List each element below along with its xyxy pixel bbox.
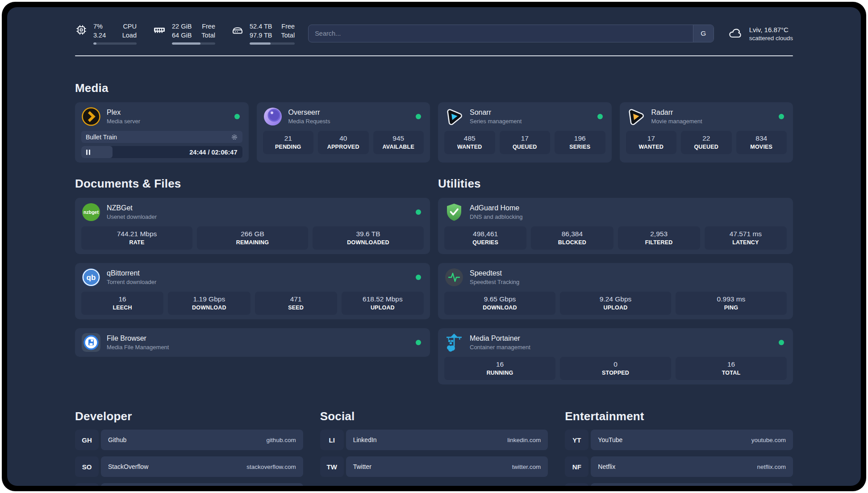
app-description: Media Requests	[288, 118, 410, 125]
stat-tile: 618.52 Mbps UPLOAD	[342, 292, 424, 315]
app-description: Media server	[107, 118, 229, 125]
search-engine-button[interactable]: G	[693, 25, 714, 42]
portainer-icon	[444, 333, 464, 352]
app-name: Radarr	[651, 109, 773, 117]
stat-tile: 1.19 Gbps DOWNLOAD	[168, 292, 250, 315]
link-pill: Twitter twitter.com	[346, 456, 548, 477]
app-description: Torrent downloader	[107, 279, 410, 285]
cpu-monitor: 7% 3.24 CPU Load	[75, 22, 137, 45]
weather-location-temp: Lviv, 16.87°C	[749, 26, 793, 33]
stat-tile: 9.24 Gbps UPLOAD	[560, 292, 671, 315]
link-abbr: TW	[320, 456, 344, 477]
app-description: Series management	[470, 118, 592, 125]
overseerr-card[interactable]: Overseerr Media Requests 21 PENDING 40 A…	[257, 102, 430, 163]
now-playing-row: Bullet Train	[81, 131, 242, 143]
link-github[interactable]: GH Github github.com	[75, 430, 303, 450]
link-pill: Github github.com	[101, 430, 303, 450]
sonarr-icon	[444, 107, 464, 126]
app-name: AdGuard Home	[470, 204, 787, 212]
radarr-card[interactable]: Radarr Movie management 17 WANTED 22 QUE…	[620, 102, 793, 163]
section-title-social: Social	[320, 409, 548, 423]
section-title-documents: Documents & Files	[75, 177, 430, 191]
ram-icon	[153, 24, 166, 36]
header-divider	[75, 55, 793, 56]
social-links: Social LI LinkedIn linkedin.com TW Twitt…	[320, 409, 548, 486]
stat-tile: 86,384 BLOCKED	[531, 226, 613, 250]
stat-tile: 744.21 Mbps RATE	[81, 226, 192, 250]
link-dev[interactable]: DT DEV dev.to	[75, 483, 303, 486]
qbittorrent-card[interactable]: qb qBittorrent Torrent downloader 16 LEE…	[75, 263, 430, 319]
stat-tile: 2,953 FILTERED	[618, 226, 700, 250]
search-input[interactable]	[309, 30, 693, 37]
link-abbr: DT	[75, 483, 99, 486]
storage-total-value: 97.9 TB	[250, 31, 272, 40]
cpu-load-value: 3.24	[93, 31, 106, 40]
link-stackoverflow[interactable]: SO StackOverflow stackoverflow.com	[75, 456, 303, 477]
weather-widget: Lviv, 16.87°C scattered clouds	[727, 26, 793, 42]
app-description: Media File Management	[107, 344, 410, 351]
section-title-entertainment: Entertainment	[565, 409, 793, 423]
portainer-card[interactable]: Media Portainer Container management 16 …	[438, 328, 793, 384]
link-pill: DEV dev.to	[101, 483, 303, 486]
nzbget-card[interactable]: nzbget NZBGet Usenet downloader 744.21 M…	[75, 198, 430, 254]
documents-column: Documents & Files nzbget NZBGet U	[75, 177, 430, 384]
stat-tile: 0.993 ms PING	[676, 292, 787, 315]
app-description: Speedtest Tracking	[470, 279, 787, 285]
window-frame: 7% 3.24 CPU Load	[2, 2, 866, 491]
cpu-icon	[75, 24, 88, 36]
app-name: Media Portainer	[470, 334, 773, 343]
storage-monitor: 52.4 TB 97.9 TB Free Total	[231, 22, 295, 45]
top-bar: 7% 3.24 CPU Load	[75, 22, 793, 45]
link-abbr: RE	[565, 483, 588, 486]
speedtest-card[interactable]: Speedtest Speedtest Tracking 9.65 Gbps D…	[438, 263, 793, 319]
radarr-icon	[626, 107, 646, 126]
gear-icon[interactable]	[231, 134, 238, 141]
memory-free-label: Free	[201, 22, 215, 31]
filebrowser-card[interactable]: File Browser Media File Management	[75, 328, 430, 357]
stat-tile: 16 RUNNING	[444, 357, 555, 380]
cpu-progress-bar	[93, 42, 137, 45]
status-dot	[416, 209, 421, 215]
section-title-media: Media	[75, 81, 793, 95]
memory-total-label: Total	[201, 31, 215, 40]
link-pill: Reddit reddit.com	[591, 483, 793, 486]
app-name: NZBGet	[107, 204, 410, 212]
link-abbr: LI	[320, 430, 344, 450]
app-name: File Browser	[107, 334, 410, 343]
status-dot	[416, 275, 421, 280]
storage-free-value: 52.4 TB	[250, 22, 272, 31]
app-description: DNS and adblocking	[470, 213, 787, 220]
stat-tile: 22 QUEUED	[681, 131, 732, 154]
adguard-icon	[444, 202, 464, 222]
adguard-card[interactable]: AdGuard Home DNS and adblocking 498,461 …	[438, 198, 793, 254]
app-description: Usenet downloader	[107, 213, 410, 220]
plex-card[interactable]: Plex Media server Bullet Train 24:44 / 0…	[75, 102, 249, 163]
speedtest-icon	[444, 267, 464, 287]
stat-tile: 17 WANTED	[626, 131, 677, 154]
app-name: Overseerr	[288, 109, 410, 117]
stat-tile: 9.65 Gbps DOWNLOAD	[444, 292, 555, 315]
now-playing-title: Bullet Train	[86, 134, 231, 141]
status-dot	[416, 340, 421, 345]
link-netflix[interactable]: NF Netflix netflix.com	[565, 456, 793, 477]
app-description: Container management	[470, 344, 773, 351]
utilities-column: Utilities	[438, 177, 793, 384]
stat-tile: 47.571 ms LATENCY	[705, 226, 787, 250]
link-reddit[interactable]: RE Reddit reddit.com	[565, 483, 793, 486]
storage-free-label: Free	[281, 22, 295, 31]
storage-total-label: Total	[281, 31, 295, 40]
sonarr-card[interactable]: Sonarr Series management 485 WANTED 17 Q…	[438, 102, 612, 163]
stat-tile: 17 QUEUED	[500, 131, 551, 154]
memory-monitor: 22 GiB 64 GiB Free Total	[153, 22, 215, 45]
link-twitter[interactable]: TW Twitter twitter.com	[320, 456, 548, 477]
link-abbr: YT	[565, 430, 588, 450]
storage-progress-bar	[250, 42, 295, 45]
link-linkedin[interactable]: LI LinkedIn linkedin.com	[320, 430, 548, 450]
stat-tile: 16 TOTAL	[676, 357, 787, 380]
developer-links: Developer GH Github github.com SO StackO…	[75, 409, 303, 486]
stat-tile: 40 APPROVED	[318, 131, 369, 154]
link-youtube[interactable]: YT YouTube youtube.com	[565, 430, 793, 450]
nzbget-icon: nzbget	[81, 202, 101, 222]
playback-progress: 24:44 / 02:06:47	[81, 146, 242, 158]
pause-icon[interactable]	[86, 150, 90, 155]
